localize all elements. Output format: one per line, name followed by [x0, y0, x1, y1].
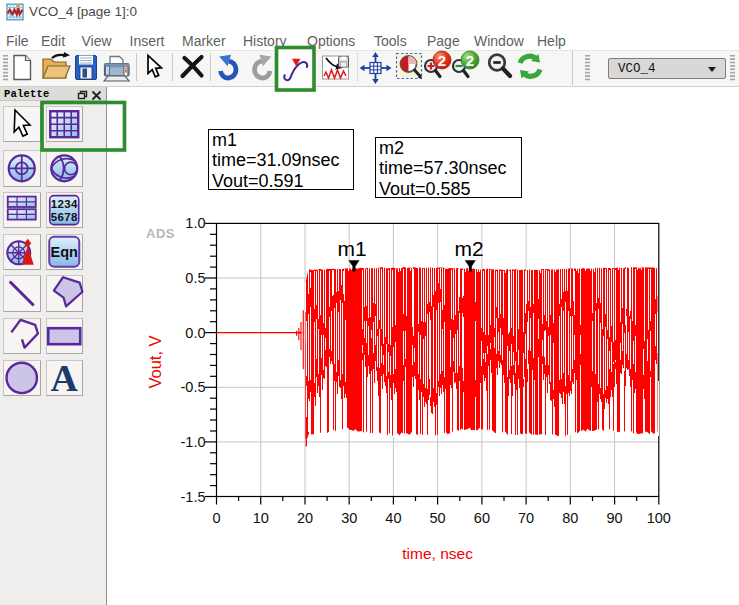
svg-text:time, nsec: time, nsec — [402, 545, 473, 562]
svg-text:70: 70 — [518, 510, 534, 526]
svg-text:Vout, V: Vout, V — [146, 335, 164, 388]
svg-text:20: 20 — [297, 510, 313, 526]
svg-text:80: 80 — [562, 510, 578, 526]
svg-text:100: 100 — [647, 510, 671, 526]
svg-text:-0.5: -0.5 — [181, 379, 206, 395]
svg-text:30: 30 — [341, 510, 357, 526]
svg-text:m1: m1 — [337, 237, 366, 260]
svg-text:60: 60 — [474, 510, 490, 526]
svg-text:-1.0: -1.0 — [181, 434, 206, 450]
svg-text:90: 90 — [607, 510, 623, 526]
svg-text:ADS: ADS — [146, 226, 175, 241]
svg-text:0: 0 — [212, 510, 220, 526]
svg-text:50: 50 — [430, 510, 446, 526]
svg-text:10: 10 — [253, 510, 269, 526]
svg-text:40: 40 — [385, 510, 401, 526]
svg-text:-1.5: -1.5 — [181, 489, 206, 505]
svg-text:0.5: 0.5 — [185, 270, 205, 286]
svg-text:1.0: 1.0 — [185, 215, 205, 231]
svg-text:m2: m2 — [454, 237, 483, 260]
svg-text:0.0: 0.0 — [185, 325, 205, 341]
